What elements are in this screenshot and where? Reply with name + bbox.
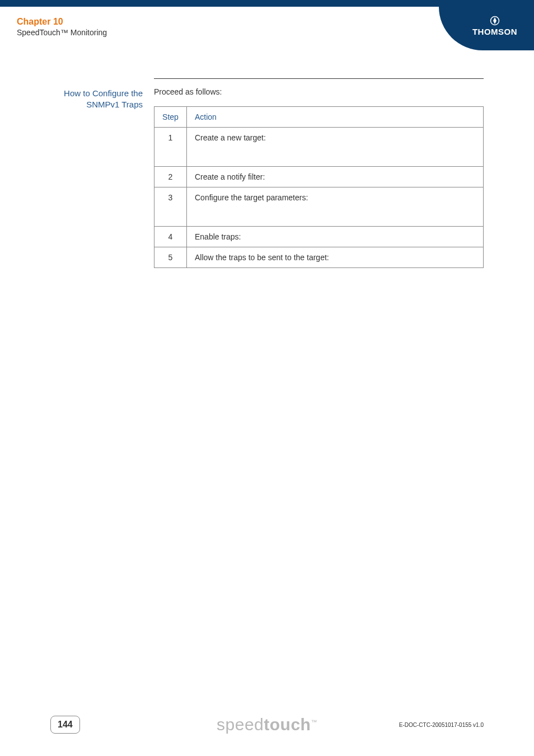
table-header-row: Step Action bbox=[154, 107, 484, 128]
thomson-badge: THOMSON bbox=[439, 7, 534, 50]
header-step: Step bbox=[154, 107, 187, 128]
step-number: 4 bbox=[154, 227, 187, 247]
side-heading-line1: How to Configure the bbox=[64, 88, 143, 98]
document-id: E-DOC-CTC-20051017-0155 v1.0 bbox=[399, 722, 484, 728]
main-column: Proceed as follows: Step Action 1 Create… bbox=[154, 78, 484, 268]
page-header: Chapter 10 SpeedTouch™ Monitoring THOMSO… bbox=[0, 7, 534, 50]
table-row: 3 Configure the target parameters: bbox=[154, 187, 484, 227]
top-bar bbox=[0, 0, 534, 7]
speedtouch-logo: speedtouch™ bbox=[217, 715, 317, 734]
step-number: 5 bbox=[154, 247, 187, 268]
table-row: 1 Create a new target: bbox=[154, 128, 484, 167]
chapter-subtitle: SpeedTouch™ Monitoring bbox=[17, 28, 107, 37]
step-action: Enable traps: bbox=[187, 227, 484, 247]
step-number: 1 bbox=[154, 128, 187, 167]
side-heading: How to Configure the SNMPv1 Traps bbox=[17, 88, 143, 111]
step-action: Create a notify filter: bbox=[187, 167, 484, 187]
thomson-brand-text: THOMSON bbox=[472, 27, 517, 36]
steps-table: Step Action 1 Create a new target: 2 Cre… bbox=[154, 106, 484, 268]
logo-part-bold: touch bbox=[264, 715, 311, 734]
table-row: 5 Allow the traps to be sent to the targ… bbox=[154, 247, 484, 268]
intro-text: Proceed as follows: bbox=[154, 87, 484, 96]
step-number: 2 bbox=[154, 167, 187, 187]
table-row: 4 Enable traps: bbox=[154, 227, 484, 247]
content-area: How to Configure the SNMPv1 Traps Procee… bbox=[0, 50, 534, 268]
step-action: Configure the target parameters: bbox=[187, 187, 484, 227]
chapter-title: Chapter 10 bbox=[17, 17, 107, 27]
logo-part-light: speed bbox=[217, 715, 264, 734]
header-action: Action bbox=[187, 107, 484, 128]
step-number: 3 bbox=[154, 187, 187, 227]
page-number: 144 bbox=[50, 716, 80, 734]
chapter-block: Chapter 10 SpeedTouch™ Monitoring bbox=[0, 7, 107, 50]
thomson-logo-icon bbox=[490, 16, 500, 26]
side-heading-column: How to Configure the SNMPv1 Traps bbox=[17, 78, 154, 268]
step-action: Allow the traps to be sent to the target… bbox=[187, 247, 484, 268]
side-heading-line2: SNMPv1 Traps bbox=[86, 100, 143, 109]
page-footer: 144 speedtouch™ E-DOC-CTC-20051017-0155 … bbox=[0, 716, 534, 734]
logo-trademark: ™ bbox=[311, 719, 317, 725]
table-row: 2 Create a notify filter: bbox=[154, 167, 484, 187]
step-action: Create a new target: bbox=[187, 128, 484, 167]
